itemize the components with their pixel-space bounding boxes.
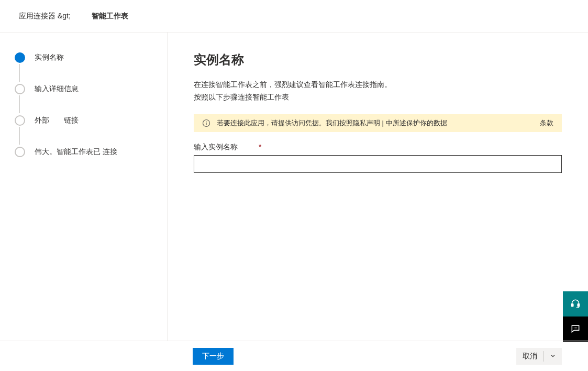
step-circle-icon	[15, 84, 25, 94]
instance-name-label-text: 输入实例名称	[194, 143, 238, 151]
instance-name-field: 输入实例名称 *	[194, 143, 562, 173]
feedback-button[interactable]	[563, 317, 588, 342]
cancel-button-label: 取消	[523, 352, 537, 361]
step-label: 伟大。智能工作表已 连接	[35, 147, 117, 157]
intro-line-1: 在连接智能工作表之前，强烈建议查看智能工作表连接指南。	[194, 79, 562, 91]
svg-point-6	[575, 327, 576, 328]
info-banner-text: 若要连接此应用，请提供访问凭据。我们按照隐私声明 | 中所述保护你的数据	[217, 118, 534, 128]
page-title: 实例名称	[194, 51, 562, 68]
required-indicator: *	[259, 143, 261, 151]
instance-name-label: 输入实例名称	[194, 143, 238, 152]
step-instance-name[interactable]: 实例名称	[15, 52, 159, 84]
svg-point-2	[206, 121, 206, 122]
intro-line-2: 按照以下步骤连接智能工作表	[194, 91, 562, 104]
step-circle-icon	[15, 52, 25, 63]
split-button-divider	[543, 351, 544, 362]
breadcrumb-prev[interactable]: 应用连接器 &gt;	[19, 12, 71, 21]
chevron-down-icon[interactable]	[550, 353, 556, 359]
step-label: 外部 链接	[35, 116, 79, 125]
breadcrumb: 应用连接器 &gt; 智能工作表	[0, 0, 588, 32]
step-circle-icon	[15, 147, 25, 157]
info-banner: 若要连接此应用，请提供访问凭据。我们按照隐私声明 | 中所述保护你的数据 条款	[194, 114, 562, 132]
main-content: 实例名称 在连接智能工作表之前，强烈建议查看智能工作表连接指南。 按照以下步骤连…	[168, 32, 588, 341]
info-banner-terms-link[interactable]: 条款	[540, 118, 553, 128]
step-external-link[interactable]: 外部 链接	[15, 115, 159, 147]
wizard-stepper: 实例名称 输入详细信息 外部 链接 伟大。智能工作表已 连接	[0, 32, 168, 341]
support-button[interactable]	[563, 291, 588, 317]
step-label: 实例名称	[35, 53, 64, 62]
wizard-footer: 下一步 取消	[0, 341, 588, 371]
info-icon	[202, 119, 210, 127]
svg-point-7	[576, 327, 578, 328]
cancel-split-button[interactable]: 取消	[516, 348, 562, 365]
headset-icon	[570, 298, 581, 310]
svg-point-5	[574, 327, 575, 328]
breadcrumb-current: 智能工作表	[92, 12, 128, 21]
step-enter-details[interactable]: 输入详细信息	[15, 84, 159, 115]
side-action-bar	[563, 291, 588, 342]
step-circle-icon	[15, 115, 25, 126]
step-connected[interactable]: 伟大。智能工作表已 连接	[15, 147, 159, 157]
intro-text: 在连接智能工作表之前，强烈建议查看智能工作表连接指南。 按照以下步骤连接智能工作…	[194, 79, 562, 104]
instance-name-input[interactable]	[194, 155, 562, 173]
step-label: 输入详细信息	[35, 84, 79, 94]
next-button[interactable]: 下一步	[193, 348, 234, 365]
svg-rect-4	[578, 303, 579, 306]
chat-icon	[570, 323, 581, 335]
svg-rect-3	[572, 303, 573, 306]
